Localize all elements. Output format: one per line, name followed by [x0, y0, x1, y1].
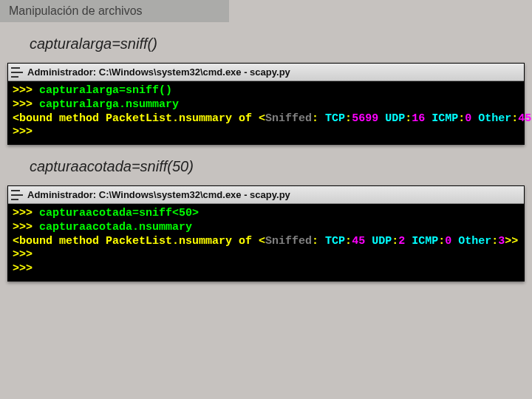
- sep: [451, 235, 458, 248]
- sep: [378, 112, 385, 125]
- close-text: >>: [505, 235, 518, 248]
- cmd-text: capturaacotada.nsummary: [39, 221, 192, 233]
- sep: :: [491, 235, 498, 248]
- sep: :: [345, 235, 352, 248]
- sep: :: [345, 112, 352, 125]
- terminal-window-2: Administrador: C:\Windows\system32\cmd.e…: [7, 185, 525, 282]
- udp-val: 16: [412, 112, 425, 125]
- sep: [425, 112, 432, 125]
- cmd-icon: [11, 67, 23, 78]
- sep: :: [312, 235, 325, 248]
- sep: :: [312, 112, 325, 125]
- terminal-title-text-2: Administrador: C:\Windows\system32\cmd.e…: [27, 189, 290, 200]
- cmd-text: capturaacotada=sniff<50>: [39, 207, 199, 219]
- cmd-text: capturalarga.nsummary: [39, 98, 179, 111]
- output-text: <bound method PacketList.nsummary of <: [13, 112, 265, 125]
- section-heading-1: capturalarga=sniff(): [0, 22, 532, 63]
- udp-key: UDP: [372, 235, 392, 248]
- icmp-key: ICMP: [412, 235, 438, 248]
- sniffed-label: Sniffed: [265, 112, 312, 125]
- terminal-titlebar-1: Administrador: C:\Windows\system32\cmd.e…: [8, 64, 524, 81]
- tcp-key: TCP: [325, 112, 345, 125]
- icmp-key: ICMP: [432, 112, 458, 125]
- sniffed-label: Sniffed: [265, 235, 312, 248]
- terminal-window-1: Administrador: C:\Windows\system32\cmd.e…: [7, 63, 525, 145]
- prompt: >>>: [13, 84, 39, 97]
- sep: :: [405, 112, 412, 125]
- sep: [405, 235, 412, 248]
- slide-title: Manipulación de archivos: [0, 0, 229, 22]
- section-heading-2: capturaacotada=sniff(50): [0, 145, 532, 185]
- sep: :: [458, 112, 465, 125]
- sep: [365, 235, 372, 248]
- cmd-icon: [11, 190, 23, 200]
- other-key: Other: [478, 112, 511, 125]
- udp-val: 2: [398, 235, 405, 248]
- icmp-val: 0: [445, 235, 451, 248]
- cmd-text: capturalarga=sniff(): [39, 84, 172, 97]
- tcp-val: 5699: [352, 112, 378, 125]
- icmp-val: 0: [465, 112, 471, 125]
- terminal-body-1: >>> capturalarga=sniff() >>> capturalarg…: [8, 81, 524, 144]
- sep: [471, 112, 478, 125]
- other-val: 45: [518, 112, 531, 125]
- output-text: <bound method PacketList.nsummary of <: [13, 235, 265, 248]
- terminal-title-text-1: Administrador: C:\Windows\system32\cmd.e…: [27, 66, 290, 78]
- tcp-key: TCP: [325, 235, 345, 248]
- prompt: >>>: [13, 262, 33, 275]
- sep: :: [438, 235, 445, 248]
- prompt: >>>: [13, 248, 33, 261]
- other-key: Other: [458, 235, 491, 248]
- prompt: >>>: [13, 221, 39, 233]
- other-val: 3: [498, 235, 505, 248]
- terminal-titlebar-2: Administrador: C:\Windows\system32\cmd.e…: [8, 186, 524, 204]
- prompt: >>>: [13, 126, 33, 138]
- terminal-body-2: >>> capturaacotada=sniff<50> >>> captura…: [8, 204, 524, 281]
- prompt: >>>: [13, 207, 39, 219]
- tcp-val: 45: [352, 235, 365, 248]
- sep: :: [511, 112, 518, 125]
- prompt: >>>: [13, 98, 39, 111]
- sep: :: [392, 235, 398, 248]
- udp-key: UDP: [385, 112, 405, 125]
